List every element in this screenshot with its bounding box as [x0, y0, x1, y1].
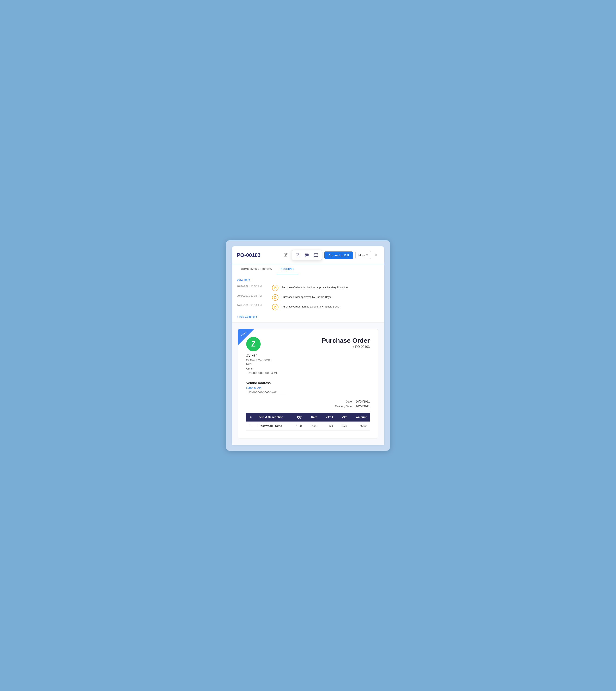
open-ribbon: Open [238, 329, 254, 345]
delivery-date-row: Delivery Date : 20/04/2021 [335, 405, 370, 408]
document-section: Open Z Zylker Po Box 44093 32055 Ruwi Om… [232, 322, 384, 444]
main-card: PO-00103 Convert to Bill More ▾ [232, 246, 384, 444]
col-num: # [246, 413, 256, 421]
outer-container: PO-00103 Convert to Bill More ▾ [226, 240, 390, 451]
history-icon-2 [272, 294, 279, 301]
po-title: PO-00103 [237, 252, 261, 258]
view-more-link[interactable]: View More [237, 278, 379, 281]
tab-comments-history[interactable]: COMMENTS & HISTORY [237, 264, 277, 274]
history-text-2: Purchase Order approved by Patricia Boyl… [282, 294, 332, 298]
cell-vat: 3.75 [336, 421, 350, 431]
table-row: 1 Rosewood Frame 1.00 75.00 5% 3.75 75.0… [246, 421, 370, 431]
delivery-date-label: Delivery Date : [335, 405, 353, 408]
chevron-down-icon: ▾ [366, 253, 368, 257]
cell-num: 1 [246, 421, 256, 431]
doc-title: Purchase Order [322, 337, 370, 344]
history-item: 20/04/2021 11:37 PM Purchase Order marke… [237, 304, 379, 310]
col-vat-pct: VAT% [321, 413, 336, 421]
comments-section: View More 20/04/2021 11:35 PM Purchase O… [232, 274, 384, 322]
cell-vat-pct: 5% [321, 421, 336, 431]
vendor-name[interactable]: Raafi al Zia [246, 386, 370, 390]
history-item: 20/04/2021 11:35 PM Purchase Order submi… [237, 285, 379, 291]
table-body: 1 Rosewood Frame 1.00 75.00 5% 3.75 75.0… [246, 421, 370, 431]
table-header: # Item & Description Qty Rate VAT% VAT A… [246, 413, 370, 421]
history-item: 20/04/2021 11:36 PM Purchase Order appro… [237, 294, 379, 301]
tabs: COMMENTS & HISTORY RECEIVES [232, 264, 384, 274]
doc-header: Z Zylker Po Box 44093 32055 Ruwi Oman TR… [246, 337, 370, 375]
dates-container: Date : 20/04/2021 Delivery Date : 20/04/… [335, 400, 370, 408]
doc-title-section: Purchase Order # PO-00103 [322, 337, 370, 349]
col-vat: VAT [336, 413, 350, 421]
company-address-line2: Ruwi [246, 362, 277, 366]
col-description: Item & Description [256, 413, 291, 421]
vendor-label: Vendor Address [246, 381, 370, 385]
convert-to-bill-button[interactable]: Convert to Bill [324, 251, 353, 259]
history-datetime: 20/04/2021 11:37 PM [237, 304, 269, 307]
company-address-line1: Po Box 44093 32055 [246, 357, 277, 362]
email-button[interactable] [312, 251, 320, 259]
cell-amount: 75.00 [350, 421, 370, 431]
company-trn: TRN XXXXXXXXXXX4321 [246, 371, 277, 375]
history-text-3: Purchase Order marked as open by Patrici… [282, 304, 339, 308]
history-icon-1 [272, 285, 279, 291]
toolbar-floating [292, 250, 322, 260]
history-datetime: 20/04/2021 11:36 PM [237, 294, 269, 297]
tab-receives[interactable]: RECEIVES [277, 264, 299, 274]
print-button[interactable] [303, 251, 311, 259]
date-label: Date : [346, 400, 353, 403]
delivery-date-value: 20/04/2021 [356, 405, 370, 408]
vendor-trn: TRN XXXXXXXXXXX1234 [246, 390, 370, 393]
dates-section: Date : 20/04/2021 Delivery Date : 20/04/… [246, 400, 370, 408]
add-comment-link[interactable]: + Add Comment [237, 315, 257, 318]
pdf-button[interactable] [294, 251, 302, 259]
col-rate: Rate [305, 413, 321, 421]
date-row: Date : 20/04/2021 [346, 400, 370, 403]
svg-rect-2 [306, 255, 308, 257]
company-address-line3: Oman [246, 367, 277, 371]
date-value: 20/04/2021 [356, 400, 370, 403]
cell-description: Rosewood Frame [256, 421, 291, 431]
vendor-section: Vendor Address Raafi al Zia TRN XXXXXXXX… [246, 381, 370, 395]
items-table: # Item & Description Qty Rate VAT% VAT A… [246, 413, 370, 431]
col-amount: Amount [350, 413, 370, 421]
company-name: Zylker [246, 353, 277, 357]
history-datetime: 20/04/2021 11:35 PM [237, 285, 269, 288]
history-icon-3 [272, 304, 279, 310]
col-qty: Qty [291, 413, 305, 421]
cell-rate: 75.00 [305, 421, 321, 431]
header: PO-00103 Convert to Bill More ▾ [232, 246, 384, 264]
close-button[interactable]: × [373, 252, 379, 258]
ribbon-text: Open [239, 329, 249, 339]
more-button[interactable]: More ▾ [355, 251, 371, 259]
cell-qty: 1.00 [291, 421, 305, 431]
history-text-1: Purchase Order submitted for approval by… [282, 285, 348, 289]
doc-number: # PO-00103 [322, 345, 370, 349]
edit-button[interactable] [282, 251, 289, 259]
document-card: Open Z Zylker Po Box 44093 32055 Ruwi Om… [238, 329, 378, 439]
